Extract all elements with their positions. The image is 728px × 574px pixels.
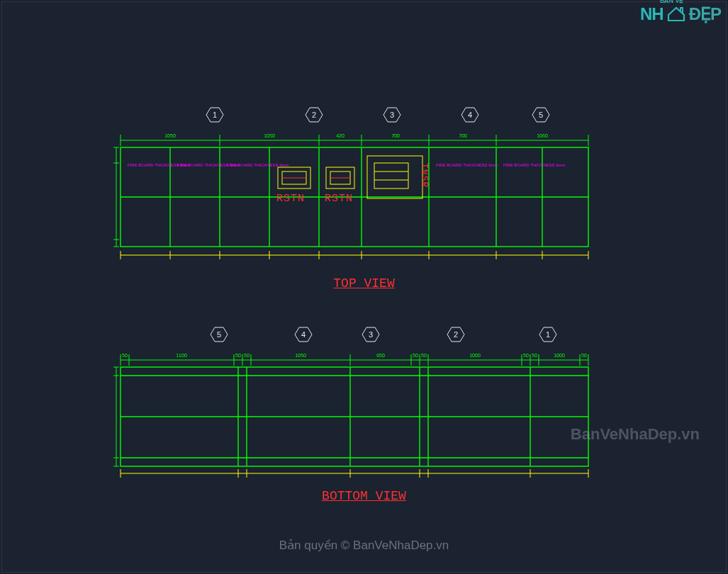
svg-text:1050: 1050 (264, 133, 275, 138)
svg-text:RSTN: RSTN (276, 193, 305, 205)
top-view-label: TOP VIEW (333, 276, 394, 291)
svg-text:50: 50 (235, 353, 241, 358)
logo-left-text: NH (640, 4, 663, 24)
house-icon (667, 6, 685, 22)
grid-bubble: 5 (532, 106, 550, 123)
svg-text:1050: 1050 (164, 133, 176, 138)
watermark-side: BanVeNhaDep.vn (571, 425, 700, 444)
site-logo: BẢN VẼ NH ĐẸP (640, 4, 721, 24)
svg-rect-46 (374, 163, 408, 188)
svg-text:420: 420 (336, 133, 345, 138)
svg-text:700: 700 (459, 133, 467, 138)
grid-bubble: 4 (294, 326, 313, 343)
svg-text:FIRE BOARD
THICKNESS 6mm: FIRE BOARD THICKNESS 6mm (436, 163, 498, 167)
svg-text:FIRE BOARD
THICKNESS 6mm: FIRE BOARD THICKNESS 6mm (503, 163, 566, 167)
top-view-drawing: 1050 1050 420 700 700 1060 56 900 50 FIR… (113, 128, 595, 269)
logo-right-text: ĐẸP (689, 4, 721, 24)
svg-rect-45 (367, 156, 422, 198)
svg-text:RSTN: RSTN (325, 193, 353, 205)
grid-bubble: 1 (539, 326, 557, 343)
grid-bubble: 2 (447, 326, 465, 343)
svg-text:FIRE BOARD
THICKNESS 6mm: FIRE BOARD THICKNESS 6mm (227, 163, 289, 167)
svg-text:50: 50 (244, 353, 250, 358)
svg-text:50: 50 (421, 353, 427, 358)
grid-bubble: 5 (210, 326, 228, 343)
grid-bubble: 3 (362, 326, 380, 343)
grid-bubble: 2 (305, 106, 323, 123)
svg-text:50: 50 (532, 353, 537, 358)
svg-text:1050: 1050 (295, 353, 306, 358)
svg-text:1000: 1000 (469, 353, 481, 358)
watermark-bottom: Bản quyền © BanVeNhaDep.vn (279, 538, 449, 553)
bottom-view-label: BOTTOM VIEW (322, 489, 406, 503)
svg-text:1000: 1000 (554, 353, 565, 358)
grid-bubble: 1 (206, 106, 224, 123)
svg-text:50: 50 (413, 353, 418, 358)
bottom-view-drawing: 50 1100 50 50 1050 650 50 50 1000 50 50 … (113, 347, 595, 482)
grid-bubble: 3 (383, 106, 401, 123)
svg-text:50: 50 (122, 353, 128, 358)
svg-text:50: 50 (581, 353, 587, 358)
svg-text:700: 700 (391, 133, 400, 138)
logo-top-text: BẢN VẼ (660, 0, 684, 4)
svg-text:1100: 1100 (176, 353, 187, 358)
svg-text:650: 650 (376, 353, 385, 358)
grid-bubble: 4 (461, 106, 479, 123)
svg-text:50: 50 (523, 353, 529, 358)
svg-text:TNSR: TNSR (419, 163, 430, 188)
svg-text:1060: 1060 (537, 133, 548, 138)
